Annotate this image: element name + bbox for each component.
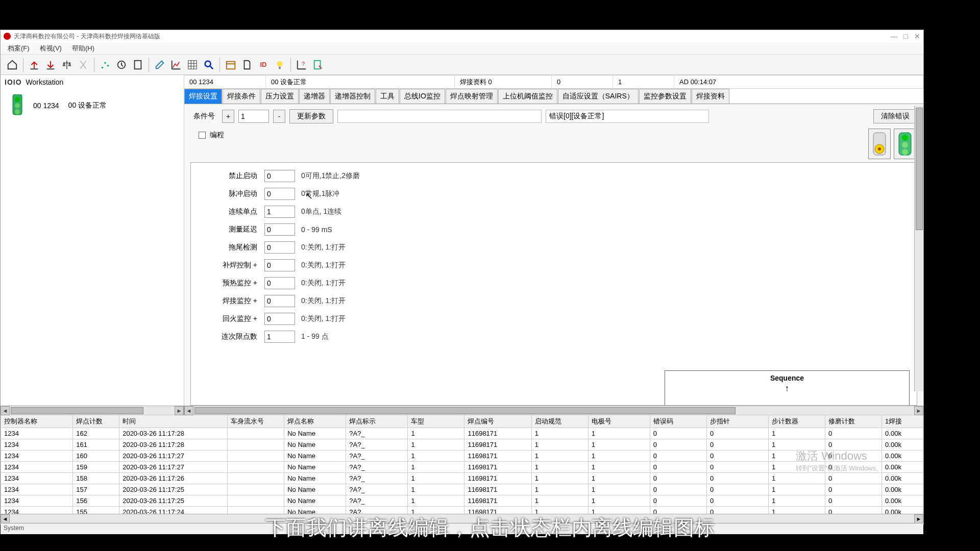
table-header[interactable]: 车型 <box>408 415 464 428</box>
table-header[interactable]: 步指针 <box>706 415 768 428</box>
form-desc: 0:关闭, 1:打开 <box>299 296 346 306</box>
edit-icon[interactable] <box>152 57 167 73</box>
table-row[interactable]: 12341602020-03-26 11:17:27No Name?A?_111… <box>1 450 923 462</box>
main-h-scroll[interactable]: ◄ ► <box>184 406 923 415</box>
table-header[interactable]: 焊点计数 <box>73 415 119 428</box>
table-row[interactable]: 12341552020-03-26 11:17:24No Name?A?_111… <box>1 507 923 514</box>
note-edit-icon[interactable] <box>310 57 326 73</box>
table-cell: 2020-03-26 11:17:28 <box>119 428 228 439</box>
table-header[interactable]: 修磨计数 <box>825 415 882 428</box>
scroll-right-icon[interactable]: ► <box>914 406 923 415</box>
maximize-button[interactable]: □ <box>904 32 908 40</box>
table-header[interactable]: 错误码 <box>650 415 706 428</box>
form-input-2[interactable] <box>264 206 295 218</box>
table-cell: 1 <box>531 462 588 473</box>
form-input-8[interactable] <box>264 313 295 325</box>
table-header[interactable]: 步计数器 <box>769 415 825 428</box>
table-header[interactable]: 启动规范 <box>531 415 588 428</box>
table-header[interactable]: 焊点名称 <box>284 415 346 428</box>
tab-8[interactable]: 上位机阈值监控 <box>498 89 557 104</box>
form-input-9[interactable] <box>264 331 295 343</box>
tab-1[interactable]: 焊接条件 <box>223 89 260 104</box>
paper-icon[interactable] <box>130 57 145 73</box>
calendar-icon[interactable] <box>223 57 238 73</box>
table-cell: 1234 <box>1 495 73 507</box>
grid-search-icon[interactable] <box>185 57 200 73</box>
menu-view[interactable]: 检视(V) <box>35 44 67 53</box>
tab-3[interactable]: 递增器 <box>299 89 330 104</box>
table-header[interactable]: 1焊接 <box>882 415 923 428</box>
cond-minus-button[interactable]: - <box>273 110 285 123</box>
minimize-button[interactable]: — <box>891 32 898 40</box>
download-icon[interactable] <box>43 57 58 73</box>
search-icon[interactable] <box>201 57 216 73</box>
scroll-left-icon[interactable]: ◄ <box>184 406 193 415</box>
tab-2[interactable]: 压力设置 <box>261 89 299 104</box>
table-header[interactable]: 车身流水号 <box>228 415 284 428</box>
clock-icon[interactable] <box>114 57 129 73</box>
condition-input[interactable] <box>238 110 269 123</box>
cond-plus-button[interactable]: + <box>222 110 234 123</box>
chart-icon[interactable] <box>168 57 184 73</box>
document-icon[interactable] <box>239 57 255 73</box>
table-cell: 1 <box>531 484 588 495</box>
table-cell: 156 <box>73 495 119 507</box>
form-input-6[interactable] <box>264 277 295 289</box>
table-header[interactable]: 焊点标示 <box>346 415 408 428</box>
svg-point-23 <box>902 142 908 148</box>
table-row[interactable]: 12341622020-03-26 11:17:28No Name?A?_111… <box>1 428 923 439</box>
scroll-left-icon[interactable]: ◄ <box>1 406 10 415</box>
table-cell: 157 <box>73 484 119 495</box>
table-row[interactable]: 12341572020-03-26 11:17:25No Name?A?_111… <box>1 484 923 495</box>
menu-help[interactable]: 帮助(H) <box>67 44 100 53</box>
signal-yellow-icon[interactable] <box>868 129 891 159</box>
menu-file[interactable]: 档案(F) <box>3 44 35 53</box>
table-cell: 1234 <box>1 507 73 514</box>
table-cell: 159 <box>73 462 119 473</box>
node-id: 00 1234 <box>33 102 59 110</box>
close-button[interactable]: ✕ <box>914 32 920 40</box>
tab-6[interactable]: 总线IO监控 <box>400 89 445 104</box>
chart-help-icon[interactable]: ? <box>294 57 309 73</box>
form-input-4[interactable] <box>264 241 295 254</box>
update-params-button[interactable]: 更新参数 <box>289 109 333 123</box>
table-header[interactable]: 时间 <box>119 415 228 428</box>
bulb-icon[interactable] <box>272 57 287 73</box>
table-header[interactable]: 控制器名称 <box>1 415 73 428</box>
id-icon[interactable]: ID <box>256 57 271 73</box>
scroll-right-icon[interactable]: ► <box>175 406 184 415</box>
upload-icon[interactable] <box>27 57 42 73</box>
sidebar-h-scroll[interactable]: ◄ ► <box>1 406 184 415</box>
tab-10[interactable]: 监控参数设置 <box>639 89 691 104</box>
table-row[interactable]: 12341592020-03-26 11:17:27No Name?A?_111… <box>1 462 923 473</box>
form-input-3[interactable] <box>264 223 295 236</box>
form-input-1[interactable] <box>264 188 295 200</box>
clear-error-button[interactable]: 清除错误 <box>873 109 917 123</box>
table-cell: No Name <box>284 462 346 473</box>
tab-9[interactable]: 自适应设置（SAIRS） <box>558 89 639 104</box>
form-input-7[interactable] <box>264 295 295 307</box>
form-desc: 0 - 99 mS <box>299 226 332 234</box>
main-v-scroll[interactable] <box>914 106 923 391</box>
table-cell: 158 <box>73 473 119 484</box>
tab-0[interactable]: 焊接设置 <box>184 89 222 104</box>
param-bar: 条件号 + - 更新参数 错误[0][设备正常] 清除错误 <box>184 104 923 129</box>
tab-4[interactable]: 递增器控制 <box>330 89 375 104</box>
table-row[interactable]: 12341562020-03-26 11:17:25No Name?A?_111… <box>1 495 923 507</box>
form-input-0[interactable] <box>264 170 295 182</box>
table-header[interactable]: 焊点编号 <box>464 415 531 428</box>
scatter-icon[interactable] <box>97 57 113 73</box>
home-icon[interactable] <box>5 57 20 73</box>
table-row[interactable]: 12341612020-03-26 11:17:28No Name?A?_111… <box>1 439 923 450</box>
form-input-5[interactable] <box>264 259 295 271</box>
tab-11[interactable]: 焊接资料 <box>692 89 729 104</box>
workstation-node[interactable]: 00 1234 00 设备正常 <box>1 89 184 122</box>
programming-checkbox[interactable] <box>199 132 206 139</box>
signal-green-icon[interactable] <box>894 129 916 159</box>
tab-5[interactable]: 工具 <box>376 89 399 104</box>
table-header[interactable]: 电极号 <box>588 415 650 428</box>
table-row[interactable]: 12341582020-03-26 11:17:26No Name?A?_111… <box>1 473 923 484</box>
table-cell: 1234 <box>1 450 73 462</box>
balance-icon[interactable] <box>59 57 75 73</box>
tab-7[interactable]: 焊点映射管理 <box>446 89 498 104</box>
